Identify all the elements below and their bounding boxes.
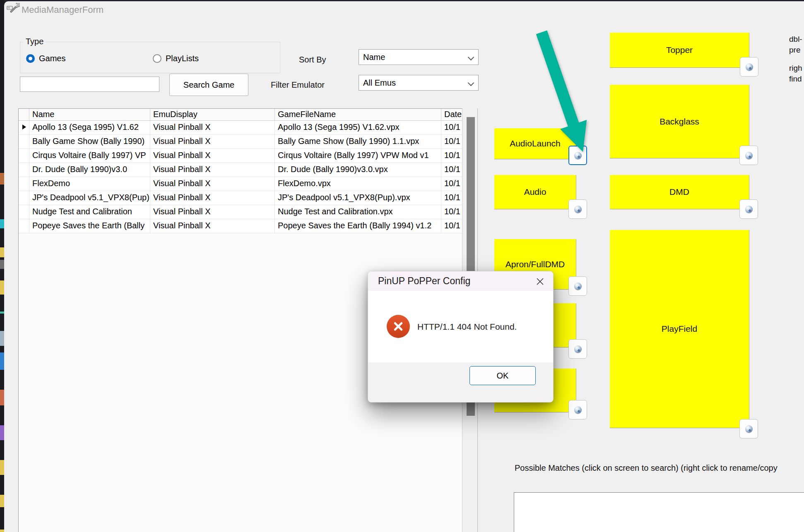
edge-decor [0,260,4,269]
globe-icon [574,152,582,159]
header-emudisplay[interactable]: EmuDisplay [150,109,275,120]
header-selector [19,109,29,120]
radio-games-label: Games [39,54,65,63]
radio-playlists-label: PlayLists [166,54,199,63]
emulator-value: All Emus [363,78,396,88]
cell-date: 10/1 [441,177,462,191]
cell-file: Cirqus Voltaire (Bally 1997) VPW Mod v1 [275,149,441,163]
type-groupbox: Type Games PlayLists [20,42,280,73]
radio-games[interactable]: Games [26,54,65,63]
close-icon [537,278,544,285]
edge-decor [0,247,4,257]
screen-dmd[interactable]: DMD [610,175,749,209]
cell-name: Bally Game Show (Bally 1990) [29,135,150,149]
header-name[interactable]: Name [29,109,150,120]
cell-name: Cirqus Voltaire (Bally 1997) VP [29,149,150,163]
background-window-edge [0,0,4,532]
row-selector [19,149,29,163]
edge-decor [0,352,4,370]
chevron-down-icon [468,54,474,61]
cell-date: 10/1 [441,205,462,219]
edge-decor [0,425,4,440]
sort-by-label: Sort By [299,55,326,65]
dialog-close-button[interactable] [532,275,548,288]
web-search-button-apron[interactable] [568,276,587,296]
web-search-button-hidden-1[interactable] [568,339,587,359]
edge-decor [0,495,4,507]
web-search-button-backglass[interactable] [739,146,758,165]
radio-circle-selected[interactable] [26,54,35,63]
cell-file: Popeye Saves the Earth (Bally 1994) v1.2 [275,219,441,233]
filter-emulator-label: Filter Emulator [271,80,325,90]
globe-icon [745,152,753,159]
table-row[interactable]: Popeye Saves the Earth (Bally Visual Pin… [19,219,462,233]
globe-icon [746,63,753,71]
table-row[interactable]: Bally Game Show (Bally 1990) Visual Pinb… [19,135,462,149]
cell-name: Apollo 13 (Sega 1995) V1.62 [29,121,150,134]
table-header-row: Name EmuDisplay GameFileName Date [19,109,462,121]
screen-playfield[interactable]: PlayField [610,230,749,428]
sort-by-value: Name [363,53,385,62]
help-note-line: righ [789,64,802,72]
search-game-button[interactable]: Search Game [169,74,248,96]
dialog-footer: OK [368,362,553,402]
radio-playlists[interactable]: PlayLists [153,54,199,63]
screen-topper[interactable]: Topper [610,33,749,68]
edge-decor [0,460,4,475]
help-note-line: pre [789,46,800,54]
screen-backglass[interactable]: Backglass [610,85,749,158]
emulator-select[interactable]: All Emus [359,75,479,91]
cell-name: Popeye Saves the Earth (Bally [29,219,150,233]
screen-audio[interactable]: Audio [494,175,576,209]
current-row-marker-icon [22,125,26,129]
table-row[interactable]: FlexDemo Visual Pinball X FlexDemo.vpx 1… [19,177,462,191]
window-title: MediaManagerForm [22,5,104,15]
row-selector [19,163,29,177]
row-selector [19,219,29,233]
row-selector [19,121,29,134]
web-search-button-topper[interactable] [740,57,758,77]
table-row[interactable]: Nudge Test and Calibration Visual Pinbal… [19,205,462,219]
sort-by-select[interactable]: Name [359,49,479,65]
web-search-button-playfield[interactable] [739,419,758,439]
dialog-title: PinUP PoPPer Config [378,276,470,287]
globe-icon [574,406,582,414]
error-icon [387,315,410,338]
header-gamefilename[interactable]: GameFileName [275,109,441,120]
web-search-button-hidden-2[interactable] [568,400,587,419]
radio-circle-unselected[interactable] [153,54,161,63]
cell-date: 10/1 [441,219,462,233]
web-search-button-audio[interactable] [568,199,587,219]
dialog-message: HTTP/1.1 404 Not Found. [417,322,517,332]
globe-icon [745,206,753,213]
search-input[interactable] [20,77,159,92]
possible-matches-listbox[interactable] [514,492,804,532]
help-note-dblclick: dbl-pre [789,34,802,55]
edge-decor [0,219,4,228]
table-row[interactable]: Cirqus Voltaire (Bally 1997) VP Visual P… [19,149,462,163]
table-row[interactable]: Apollo 13 (Sega 1995) V1.62 Visual Pinba… [19,121,462,135]
cell-date: 10/1 [441,121,462,134]
header-date[interactable]: Date [441,109,462,120]
wrench-icon [7,3,20,16]
screen-audiolaunch[interactable]: AudioLaunch [494,128,576,159]
help-note-line: dbl- [789,35,802,43]
cell-emu: Visual Pinball X [150,163,275,177]
cell-emu: Visual Pinball X [150,149,275,163]
cell-date: 10/1 [441,191,462,205]
config-dialog: PinUP PoPPer Config HTTP/1.1 404 Not Fou… [368,271,554,403]
help-note-line: find [789,74,802,83]
cell-name: Nudge Test and Calibration [29,205,150,219]
web-search-button-audiolaunch[interactable] [568,146,587,165]
globe-icon [574,283,582,290]
ok-button[interactable]: OK [469,366,536,385]
web-search-button-dmd[interactable] [739,199,758,219]
table-row[interactable]: Dr. Dude (Bally 1990)v3.0 Visual Pinball… [19,163,462,177]
edge-decor [0,312,4,314]
cell-file: Nudge Test and Calibration.vpx [275,205,441,219]
table-row[interactable]: JP's Deadpool v5.1_VPX8(Pup) Visual Pinb… [19,191,462,205]
type-group-label: Type [24,37,46,46]
cell-file: Apollo 13 (Sega 1995) V1.62.vpx [275,121,441,134]
edge-decor [0,280,4,295]
cell-emu: Visual Pinball X [150,205,275,219]
